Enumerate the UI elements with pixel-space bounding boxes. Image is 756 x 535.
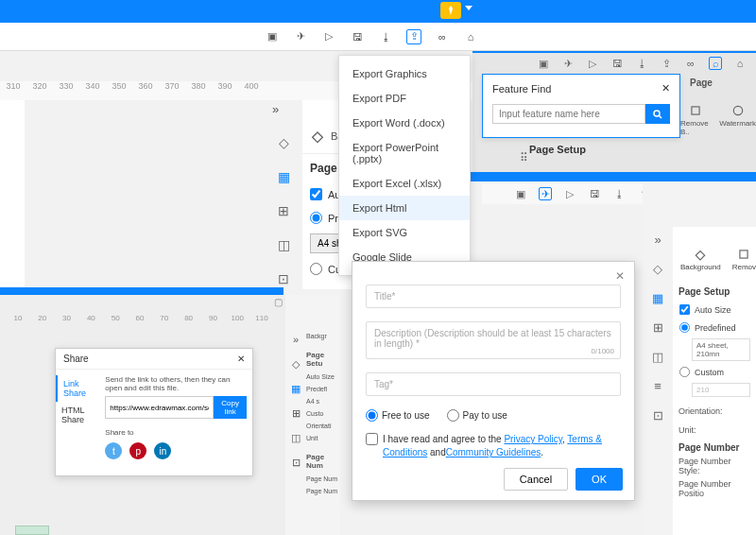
close-icon[interactable]: ✕ <box>615 269 625 283</box>
home-icon[interactable]: ⌂ <box>463 29 478 44</box>
pay-to-use-option[interactable]: Pay to use <box>447 409 507 422</box>
title-input[interactable]: Title* <box>366 285 621 308</box>
paint-bucket-icon[interactable]: ◇ <box>275 134 292 151</box>
export-menu-item[interactable]: Export Html <box>339 196 470 220</box>
br-custom-radio[interactable] <box>679 367 690 377</box>
cancel-button[interactable]: Cancel <box>504 468 568 491</box>
export-menu-item[interactable]: Export Word (.docx) <box>339 111 470 135</box>
agree-row[interactable]: I have read and agree to the Privacy Pol… <box>366 433 621 459</box>
tag-icon[interactable]: ⊡ <box>275 270 292 287</box>
ok-button[interactable]: OK <box>576 468 623 491</box>
paint-icon[interactable]: ◇ <box>289 357 302 371</box>
layers-icon[interactable]: ◫ <box>275 236 292 253</box>
linkedin-icon[interactable]: in <box>154 442 171 459</box>
remove-bg-tool[interactable]: Remove B.. <box>680 104 710 136</box>
export-icon[interactable]: ⇪ <box>406 29 421 44</box>
br-preset-box[interactable]: A4 sheet, 210mn <box>692 338 750 361</box>
page-icon[interactable]: ▦ <box>652 291 663 305</box>
tag-input[interactable]: Tag* <box>366 372 621 396</box>
close-icon[interactable]: ✕ <box>662 82 670 95</box>
send-icon[interactable]: ✈ <box>293 29 308 44</box>
close-icon[interactable]: ✕ <box>237 354 245 364</box>
export-menu-item[interactable]: Export Graphics <box>339 61 470 86</box>
grid-dots-icon[interactable]: ⠿ <box>520 151 528 164</box>
save-icon[interactable]: 🖫 <box>350 29 365 44</box>
privacy-link[interactable]: Privacy Policy <box>504 434 562 444</box>
fit-icon[interactable]: ▣ <box>265 29 280 44</box>
agree-checkbox[interactable] <box>366 433 378 445</box>
share-nodes-icon[interactable]: ∞ <box>684 57 697 70</box>
export-menu-item[interactable]: Export Excel (.xlsx) <box>339 171 470 196</box>
home-icon[interactable]: ⌂ <box>733 57 747 70</box>
br-predefined-radio[interactable] <box>679 322 690 333</box>
send-icon[interactable]: ✈ <box>539 187 552 200</box>
chevron-icon[interactable]: » <box>654 233 661 247</box>
play-icon[interactable]: ▷ <box>586 57 599 70</box>
br-predefined-row[interactable]: Predefined <box>679 319 750 337</box>
premium-badge[interactable] <box>440 2 461 19</box>
share-url-input[interactable] <box>105 396 214 419</box>
play-icon[interactable]: ▷ <box>563 187 576 200</box>
fit-icon[interactable]: ▣ <box>537 57 550 70</box>
export-menu-item[interactable]: Export PowerPoint (.pptx) <box>339 135 470 171</box>
download-icon[interactable]: ⭳ <box>378 29 393 44</box>
layers-icon[interactable]: ◫ <box>652 350 663 364</box>
pay-radio[interactable] <box>447 409 459 422</box>
page-setup-icon[interactable]: ▦ <box>275 168 292 185</box>
br-background-tool[interactable]: Background <box>680 248 721 271</box>
br-width-box[interactable]: 210 <box>692 383 750 397</box>
br-remove-tool[interactable]: Remov <box>732 248 756 271</box>
auto-size-checkbox[interactable] <box>310 188 322 200</box>
play-icon[interactable]: ▷ <box>321 29 336 44</box>
custom-radio[interactable] <box>310 263 322 275</box>
send-icon[interactable]: ✈ <box>561 57 575 70</box>
tab-link-share[interactable]: Link Share <box>56 375 99 402</box>
twitter-icon[interactable]: t <box>105 442 122 459</box>
watermark-tool[interactable]: Watermark <box>719 104 756 136</box>
free-radio[interactable] <box>366 409 378 422</box>
free-to-use-option[interactable]: Free to use <box>366 409 430 422</box>
br-predefined-label: Predefined <box>695 323 736 333</box>
pinterest-icon[interactable]: p <box>129 442 146 459</box>
fit-icon[interactable]: ▣ <box>514 187 527 200</box>
canvas-shape[interactable] <box>15 526 49 535</box>
save-icon[interactable]: 🖫 <box>588 187 601 200</box>
grid-icon[interactable]: ⊞ <box>275 202 292 219</box>
db-icon[interactable]: ≡ <box>654 379 662 393</box>
layers-icon[interactable]: ◫ <box>289 431 302 444</box>
page-icon[interactable]: ▦ <box>289 382 302 395</box>
grid-icon[interactable]: ⊞ <box>289 406 302 420</box>
paint-bucket-icon <box>310 129 325 144</box>
export-icon[interactable]: ⇪ <box>660 57 673 70</box>
mini-custom: Custo <box>306 410 340 417</box>
br-autosize-row[interactable]: Auto Size <box>679 301 750 319</box>
download-icon[interactable]: ⭳ <box>612 187 626 200</box>
ruler-tick: 100 <box>225 314 249 327</box>
description-input[interactable]: Description (Description should be at le… <box>366 321 621 359</box>
ruler-tick: 60 <box>128 314 152 327</box>
minimize-icon[interactable]: ▢ <box>274 297 283 307</box>
page-col: Page <box>690 78 713 88</box>
feature-find-search-button[interactable] <box>645 104 670 124</box>
br-autosize-checkbox[interactable] <box>679 304 690 315</box>
premium-caret-icon[interactable] <box>465 6 472 10</box>
tag-icon[interactable]: ⊡ <box>653 408 663 423</box>
export-menu-item[interactable]: Export PDF <box>339 86 470 111</box>
tab-html-share[interactable]: HTML Share <box>56 402 99 428</box>
chevron-icon[interactable]: » <box>289 333 302 346</box>
feature-find-icon[interactable]: ⌕ <box>709 57 722 70</box>
predefined-radio[interactable] <box>310 212 322 224</box>
top-toolbar: ▣ ✈ ▷ 🖫 ⭳ ⇪ ∞ ⌂ <box>0 23 756 51</box>
copy-link-button[interactable]: Copy link <box>214 396 247 419</box>
share-nodes-icon[interactable]: ∞ <box>435 29 450 44</box>
br-custom-row[interactable]: Custom <box>679 363 750 381</box>
paint-icon[interactable]: ◇ <box>653 262 662 276</box>
export-menu-item[interactable]: Export SVG <box>339 220 470 245</box>
download-icon[interactable]: ⭳ <box>635 57 648 70</box>
feature-find-input[interactable] <box>492 104 645 124</box>
grid-icon[interactable]: ⊞ <box>653 320 663 335</box>
br-page-panel: Background Remov Page Setup Auto Size Pr… <box>673 227 756 535</box>
tag-icon[interactable]: ⊡ <box>289 456 302 469</box>
save-icon[interactable]: 🖫 <box>610 57 624 70</box>
community-link[interactable]: Community Guidelines <box>446 447 541 457</box>
